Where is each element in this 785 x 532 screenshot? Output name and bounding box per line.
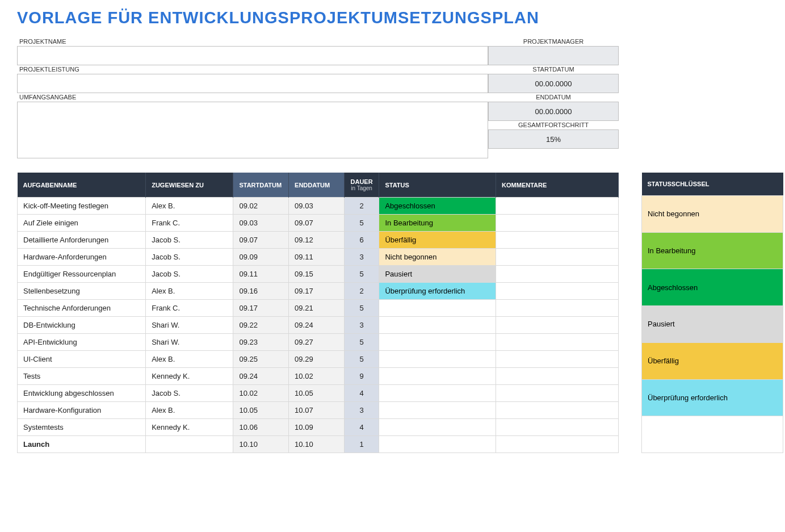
cell-status[interactable]: Abgeschlossen	[379, 198, 496, 215]
cell-end[interactable]: 09.17	[289, 283, 345, 300]
cell-end[interactable]: 09.24	[289, 317, 345, 334]
cell-duration[interactable]: 5	[344, 215, 379, 232]
cell-assigned[interactable]: Alex B.	[146, 351, 233, 368]
cell-start[interactable]: 09.22	[233, 317, 289, 334]
cell-duration[interactable]: 9	[344, 368, 379, 385]
cell-duration[interactable]: 1	[344, 436, 379, 453]
cell-status[interactable]: Überfällig	[379, 232, 496, 249]
cell-status[interactable]	[379, 419, 496, 436]
cell-duration[interactable]: 4	[344, 419, 379, 436]
cell-task[interactable]: Kick-off-Meeting festlegen	[18, 198, 146, 215]
cell-duration[interactable]: 3	[344, 317, 379, 334]
cell-status[interactable]	[379, 436, 496, 453]
cell-comment[interactable]	[496, 368, 619, 385]
value-projektmanager[interactable]	[488, 46, 619, 65]
cell-comment[interactable]	[496, 198, 619, 215]
cell-end[interactable]: 09.07	[289, 215, 345, 232]
cell-duration[interactable]: 6	[344, 232, 379, 249]
cell-comment[interactable]	[496, 317, 619, 334]
cell-end[interactable]: 09.03	[289, 198, 345, 215]
cell-task[interactable]: Detaillierte Anforderungen	[18, 232, 146, 249]
cell-comment[interactable]	[496, 232, 619, 249]
cell-assigned[interactable]: Jacob S.	[146, 385, 233, 402]
cell-start[interactable]: 10.10	[233, 436, 289, 453]
cell-status[interactable]: In Bearbeitung	[379, 215, 496, 232]
cell-end[interactable]: 10.10	[289, 436, 345, 453]
value-startdatum[interactable]: 00.00.0000	[488, 74, 619, 93]
cell-assigned[interactable]: Jacob S.	[146, 232, 233, 249]
cell-assigned[interactable]: Kennedy K.	[146, 419, 233, 436]
cell-comment[interactable]	[496, 351, 619, 368]
cell-start[interactable]: 09.23	[233, 334, 289, 351]
cell-end[interactable]: 09.12	[289, 232, 345, 249]
cell-assigned[interactable]: Shari W.	[146, 334, 233, 351]
cell-assigned[interactable]: Jacob S.	[146, 249, 233, 266]
cell-end[interactable]: 09.27	[289, 334, 345, 351]
cell-duration[interactable]: 5	[344, 300, 379, 317]
cell-task[interactable]: Endgültiger Ressourcenplan	[18, 266, 146, 283]
cell-task[interactable]: Auf Ziele einigen	[18, 215, 146, 232]
cell-comment[interactable]	[496, 266, 619, 283]
cell-end[interactable]: 09.15	[289, 266, 345, 283]
cell-task[interactable]: Entwicklung abgeschlossen	[18, 385, 146, 402]
cell-end[interactable]: 10.02	[289, 368, 345, 385]
value-umfangsangabe[interactable]	[17, 102, 488, 158]
cell-status[interactable]: Pausiert	[379, 266, 496, 283]
cell-task[interactable]: Hardware-Anforderungen	[18, 249, 146, 266]
cell-assigned[interactable]: Jacob S.	[146, 266, 233, 283]
cell-start[interactable]: 09.03	[233, 215, 289, 232]
cell-duration[interactable]: 5	[344, 334, 379, 351]
cell-end[interactable]: 09.29	[289, 351, 345, 368]
cell-comment[interactable]	[496, 215, 619, 232]
cell-duration[interactable]: 5	[344, 266, 379, 283]
cell-duration[interactable]: 5	[344, 351, 379, 368]
cell-comment[interactable]	[496, 334, 619, 351]
value-projektleistung[interactable]	[17, 74, 488, 93]
value-enddatum[interactable]: 00.00.0000	[488, 102, 619, 121]
cell-start[interactable]: 09.02	[233, 198, 289, 215]
cell-end[interactable]: 09.21	[289, 300, 345, 317]
cell-assigned[interactable]	[146, 436, 233, 453]
cell-comment[interactable]	[496, 419, 619, 436]
cell-status[interactable]: Nicht begonnen	[379, 249, 496, 266]
cell-task[interactable]: API-Entwicklung	[18, 334, 146, 351]
cell-duration[interactable]: 3	[344, 249, 379, 266]
cell-duration[interactable]: 4	[344, 385, 379, 402]
cell-duration[interactable]: 3	[344, 402, 379, 419]
cell-start[interactable]: 09.16	[233, 283, 289, 300]
cell-status[interactable]	[379, 317, 496, 334]
cell-assigned[interactable]: Frank C.	[146, 300, 233, 317]
cell-start[interactable]: 10.06	[233, 419, 289, 436]
cell-end[interactable]: 10.05	[289, 385, 345, 402]
cell-status[interactable]	[379, 402, 496, 419]
cell-comment[interactable]	[496, 249, 619, 266]
cell-task[interactable]: DB-Entwicklung	[18, 317, 146, 334]
cell-start[interactable]: 09.09	[233, 249, 289, 266]
cell-assigned[interactable]: Alex B.	[146, 198, 233, 215]
cell-start[interactable]: 10.05	[233, 402, 289, 419]
cell-task[interactable]: Tests	[18, 368, 146, 385]
cell-task[interactable]: UI-Client	[18, 351, 146, 368]
cell-duration[interactable]: 2	[344, 283, 379, 300]
cell-start[interactable]: 09.25	[233, 351, 289, 368]
cell-start[interactable]: 10.02	[233, 385, 289, 402]
cell-task[interactable]: Systemtests	[18, 419, 146, 436]
cell-status[interactable]	[379, 300, 496, 317]
cell-comment[interactable]	[496, 283, 619, 300]
cell-end[interactable]: 09.11	[289, 249, 345, 266]
cell-start[interactable]: 09.24	[233, 368, 289, 385]
cell-task[interactable]: Technische Anforderungen	[18, 300, 146, 317]
cell-comment[interactable]	[496, 385, 619, 402]
cell-status[interactable]: Überprüfung erforderlich	[379, 283, 496, 300]
cell-comment[interactable]	[496, 300, 619, 317]
cell-end[interactable]: 10.07	[289, 402, 345, 419]
value-projektname[interactable]	[17, 46, 488, 65]
cell-end[interactable]: 10.09	[289, 419, 345, 436]
cell-task[interactable]: Launch	[18, 436, 146, 453]
cell-assigned[interactable]: Shari W.	[146, 317, 233, 334]
cell-start[interactable]: 09.17	[233, 300, 289, 317]
cell-assigned[interactable]: Kennedy K.	[146, 368, 233, 385]
cell-duration[interactable]: 2	[344, 198, 379, 215]
cell-start[interactable]: 09.07	[233, 232, 289, 249]
cell-comment[interactable]	[496, 436, 619, 453]
